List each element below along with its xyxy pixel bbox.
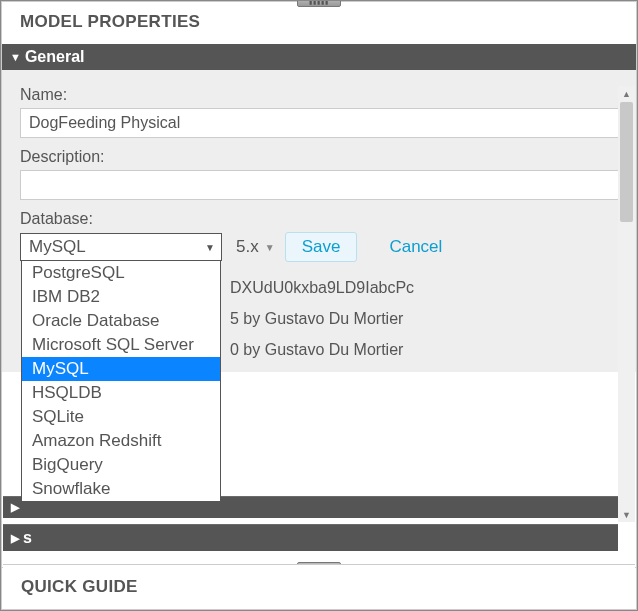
chevron-down-icon: ▼ [10, 51, 21, 63]
database-selected-value: MySQL [29, 237, 86, 256]
database-option[interactable]: PostgreSQL [22, 261, 220, 285]
scroll-down-icon[interactable]: ▼ [618, 507, 635, 522]
database-option[interactable]: BigQuery [22, 453, 220, 477]
panel-title: MODEL PROPERTIES [2, 2, 636, 44]
quick-guide-title: QUICK GUIDE [3, 564, 635, 609]
version-select[interactable]: 5.x ▼ [230, 234, 277, 260]
scroll-up-icon[interactable]: ▲ [618, 86, 635, 101]
database-option[interactable]: IBM DB2 [22, 285, 220, 309]
version-selected-value: 5.x [236, 237, 259, 256]
scrollbar-vertical[interactable]: ▲ ▼ [618, 86, 635, 522]
database-dropdown-list[interactable]: PostgreSQLIBM DB2Oracle DatabaseMicrosof… [21, 260, 221, 502]
description-label: Description: [20, 148, 622, 166]
caret-down-icon: ▼ [265, 242, 275, 253]
chevron-right-icon: ▶ [11, 532, 19, 545]
chevron-right-icon: ▶ [11, 501, 19, 514]
cancel-button[interactable]: Cancel [379, 233, 452, 261]
database-label: Database: [20, 210, 622, 228]
database-option[interactable]: SQLite [22, 405, 220, 429]
section-general-body: Name: Description: Database: MySQL ▼ 5.x… [2, 70, 636, 372]
caret-down-icon: ▼ [205, 242, 215, 253]
name-input[interactable] [20, 108, 622, 138]
database-option[interactable]: Snowflake [22, 477, 220, 501]
database-option[interactable]: MySQL [22, 357, 220, 381]
section-general-title: General [25, 48, 85, 66]
database-select[interactable]: MySQL ▼ [20, 233, 222, 261]
description-input[interactable] [20, 170, 622, 200]
resize-grip-top[interactable]: ▮▮▮▮▮ [297, 0, 341, 7]
database-option[interactable]: Oracle Database [22, 309, 220, 333]
scroll-thumb[interactable] [620, 102, 633, 222]
section-collapsed-2-title: s [23, 529, 32, 547]
database-option[interactable]: Microsoft SQL Server [22, 333, 220, 357]
section-general-header[interactable]: ▼ General [2, 44, 636, 70]
section-collapsed-2[interactable]: ▶ s [3, 524, 618, 551]
database-option[interactable]: HSQLDB [22, 381, 220, 405]
name-label: Name: [20, 86, 622, 104]
save-button[interactable]: Save [285, 232, 358, 262]
database-option[interactable]: Amazon Redshift [22, 429, 220, 453]
